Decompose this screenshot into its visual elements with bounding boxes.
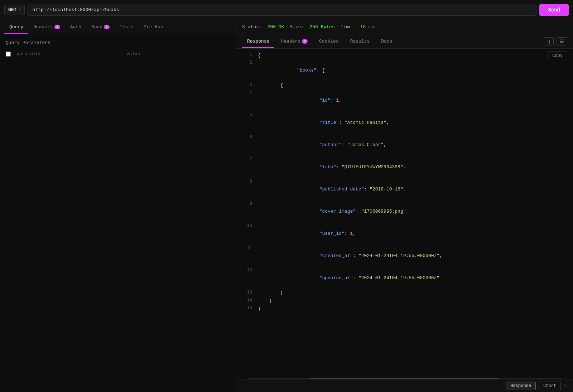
query-params-section: Query Parameters: [0, 34, 236, 66]
format-json-button[interactable]: {}: [544, 37, 554, 45]
params-row: [6, 50, 230, 58]
json-line-3: 3 {: [236, 82, 573, 89]
resp-tab-response-label: Response: [247, 39, 269, 44]
json-content: }: [258, 290, 567, 297]
line-number: 13: [242, 290, 252, 295]
tab-body-label: Body: [91, 24, 102, 30]
resize-icon: ⤡: [564, 383, 567, 388]
line-number: 2: [242, 60, 252, 65]
tab-prerun[interactable]: Pre Run: [139, 21, 168, 33]
json-line-10: 10 "user_id": 1,: [236, 223, 573, 245]
tab-headers-label: Headers: [33, 24, 53, 30]
resp-tab-results[interactable]: Results: [345, 35, 375, 48]
json-line-15: 15 }: [236, 305, 573, 313]
json-content: {: [258, 82, 567, 89]
response-bottom-button[interactable]: Response: [506, 382, 536, 390]
scroll-area: [236, 376, 573, 379]
resp-tab-results-label: Results: [350, 39, 370, 44]
resp-headers-badge: 9: [302, 39, 308, 44]
resp-tab-cookies[interactable]: Cookies: [314, 35, 344, 48]
tab-auth[interactable]: Auth: [65, 21, 86, 33]
resp-tab-headers[interactable]: Headers 9: [276, 35, 313, 48]
line-number: 4: [242, 90, 252, 95]
line-number: 10: [242, 223, 252, 228]
tab-body[interactable]: Body 1: [86, 21, 115, 33]
request-tabs-bar: Query Headers 2 Auth Body 1 Tests Pre Ru…: [0, 20, 236, 34]
line-number: 8: [242, 179, 252, 184]
resp-tab-cookies-label: Cookies: [319, 39, 339, 44]
tab-tests-label: Tests: [120, 24, 134, 30]
url-input[interactable]: [28, 4, 536, 16]
headers-badge: 2: [54, 25, 60, 29]
resp-tab-docs[interactable]: Docs: [376, 35, 397, 48]
resp-tab-right-actions: {} ☰: [544, 37, 567, 45]
method-selector[interactable]: GET ▾: [4, 5, 25, 15]
line-number: 12: [242, 267, 252, 273]
param-name-input[interactable]: [14, 50, 121, 58]
tab-query[interactable]: Query: [4, 21, 28, 33]
json-response-area[interactable]: Copy 1 { 2 "books": [ 3 { 4 "id: [236, 49, 573, 376]
more-options-button[interactable]: ☰: [557, 37, 567, 45]
tab-headers[interactable]: Headers 2: [28, 21, 65, 33]
param-checkbox[interactable]: [6, 52, 11, 57]
json-content: "author": "James Clear",: [258, 134, 567, 156]
json-line-4: 4 "id": 1,: [236, 89, 573, 112]
size-value: 256 Bytes: [309, 24, 334, 30]
time-label: Time:: [341, 24, 355, 30]
json-line-7: 7 "isbn": "QIUIEUIEYUWYW2984398",: [236, 156, 573, 178]
line-number: 7: [242, 156, 252, 162]
tab-auth-label: Auth: [70, 24, 81, 30]
json-content: ]: [258, 297, 567, 305]
json-line-5: 5 "title": "Atomic Habits",: [236, 112, 573, 134]
copy-button[interactable]: Copy: [548, 52, 567, 60]
time-value: 18 ms: [360, 24, 374, 30]
bottom-bar: Response Chart ⤡: [236, 379, 573, 392]
method-label: GET: [8, 7, 16, 13]
json-content: "isbn": "QIUIEUIEYUWYW2984398",: [258, 156, 567, 178]
status-label: Status:: [242, 24, 262, 30]
json-content: "books": [: [258, 60, 567, 81]
json-line-13: 13 }: [236, 289, 573, 297]
size-label: Size:: [290, 24, 304, 30]
resp-tab-docs-label: Docs: [381, 39, 392, 44]
body-badge: 1: [104, 25, 110, 29]
chart-bottom-button[interactable]: Chart: [539, 382, 561, 390]
resp-tab-headers-label: Headers: [281, 39, 300, 44]
json-content: "id": 1,: [258, 90, 567, 111]
send-button[interactable]: Send: [539, 4, 569, 16]
tab-prerun-label: Pre Run: [144, 24, 163, 30]
json-line-9: 9 "cover_image": "1706069995.png",: [236, 200, 573, 223]
json-content: "created_at": "2024-01-24T04:19:55.00000…: [258, 245, 567, 267]
chevron-down-icon: ▾: [19, 8, 21, 12]
line-number: 9: [242, 201, 252, 206]
main-layout: Query Headers 2 Auth Body 1 Tests Pre Ru…: [0, 20, 573, 392]
resp-tab-response[interactable]: Response: [242, 35, 274, 48]
json-content: "published_date": "2018-10-16",: [258, 179, 567, 200]
json-content: "title": "Atomic Habits",: [258, 112, 567, 134]
json-content: {: [258, 52, 567, 59]
tab-tests[interactable]: Tests: [115, 21, 139, 33]
query-params-title: Query Parameters: [6, 40, 230, 45]
status-info: Status: 200 OK Size: 256 Bytes Time: 18 …: [242, 24, 567, 30]
json-line-8: 8 "published_date": "2018-10-16",: [236, 178, 573, 200]
line-number: 14: [242, 297, 252, 303]
status-value: 200 OK: [268, 24, 284, 30]
line-number: 1: [242, 52, 252, 57]
line-number: 15: [242, 305, 252, 311]
response-status-bar: Status: 200 OK Size: 256 Bytes Time: 18 …: [236, 20, 573, 34]
param-value-input[interactable]: [124, 50, 231, 58]
json-line-6: 6 "author": "James Clear",: [236, 134, 573, 156]
tab-query-label: Query: [9, 24, 23, 30]
response-tabs-bar: Response Headers 9 Cookies Results Docs …: [236, 34, 573, 49]
line-number: 3: [242, 82, 252, 87]
json-line-11: 11 "created_at": "2024-01-24T04:19:55.00…: [236, 245, 573, 267]
json-content: "updated_at": "2024-01-24T04:19:55.00000…: [258, 267, 567, 289]
json-line-14: 14 ]: [236, 297, 573, 305]
top-bar: GET ▾ Send: [0, 0, 573, 20]
json-content: "user_id": 1,: [258, 223, 567, 245]
right-panel: Status: 200 OK Size: 256 Bytes Time: 18 …: [236, 20, 573, 392]
left-panel: Query Headers 2 Auth Body 1 Tests Pre Ru…: [0, 20, 236, 392]
line-number: 6: [242, 134, 252, 140]
json-content: }: [258, 305, 567, 313]
json-line-12: 12 "updated_at": "2024-01-24T04:19:55.00…: [236, 267, 573, 289]
